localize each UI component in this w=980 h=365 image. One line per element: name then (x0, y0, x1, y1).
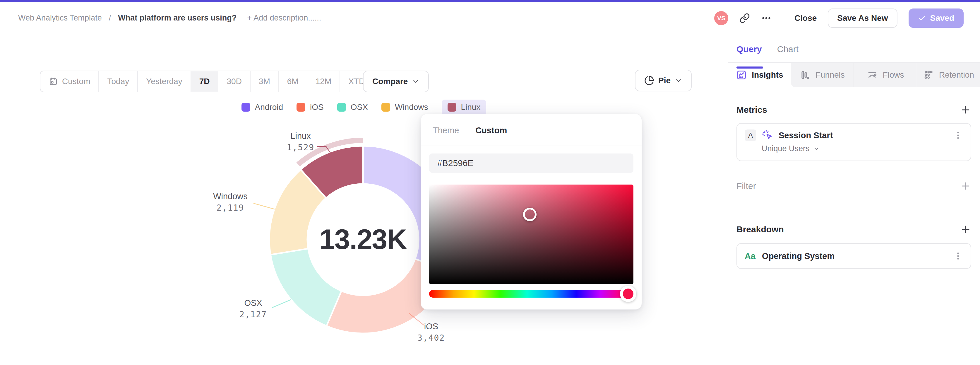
range-3m[interactable]: 3M (251, 71, 279, 92)
header-actions: VS Close Save As New Saved (714, 8, 964, 28)
compare-button[interactable]: Compare (363, 70, 429, 92)
filter-header: Filter (737, 180, 971, 191)
query-sidebar: Query Chart Insights Funnels (728, 34, 980, 365)
add-description-button[interactable]: + Add description...... (247, 13, 321, 22)
leader-line-windows (253, 203, 275, 209)
date-range-bar: Custom Today Yesterday 7D 30D 3M 6M 12M … (40, 70, 385, 92)
tab-chart[interactable]: Chart (777, 44, 799, 62)
breakdown-card[interactable]: Aa Operating System (737, 243, 971, 269)
breakdown-property: Operating System (762, 251, 835, 261)
legend-item-android[interactable]: Android (242, 100, 283, 115)
range-6m[interactable]: 6M (279, 71, 307, 92)
property-type-badge: Aa (745, 251, 756, 261)
slice-osx[interactable] (270, 249, 341, 326)
range-custom[interactable]: Custom (40, 71, 99, 92)
insights-icon (736, 69, 747, 81)
compare-label: Compare (372, 77, 408, 86)
chart-legend: AndroidiOSOSXWindowsLinux (0, 99, 728, 116)
view-tab-label: Insights (752, 70, 783, 80)
legend-swatch (296, 103, 305, 112)
breadcrumb-separator: / (109, 13, 111, 22)
saved-button[interactable]: Saved (908, 8, 964, 28)
header: Web Analytics Template / What platform a… (0, 2, 980, 34)
slice-label-osx: OSX2,127 (234, 298, 272, 319)
legend-item-osx[interactable]: OSX (337, 100, 368, 115)
hue-slider[interactable] (429, 290, 633, 298)
metric-row: A Session Start (745, 129, 963, 141)
save-as-new-button[interactable]: Save As New (828, 8, 897, 28)
saturation-value-area[interactable] (429, 185, 633, 284)
app-window: Web Analytics Template / What platform a… (0, 0, 980, 365)
range-label: 12M (315, 77, 331, 86)
tab-query[interactable]: Query (737, 44, 762, 62)
legend-label: Windows (395, 102, 428, 112)
chart-total-label: 13.23K (304, 222, 422, 257)
legend-item-windows[interactable]: Windows (382, 100, 428, 115)
tab-retention[interactable]: Retention (917, 63, 980, 87)
leader-line-osx (272, 300, 291, 308)
flows-icon (867, 69, 878, 81)
calendar-icon (49, 77, 58, 86)
view-tab-label: Retention (939, 70, 974, 80)
chevron-down-icon (412, 78, 420, 85)
legend-swatch (382, 103, 390, 112)
check-icon (918, 14, 926, 22)
range-12m[interactable]: 12M (307, 71, 340, 92)
header-divider (783, 10, 783, 26)
legend-swatch (447, 103, 457, 112)
hue-slider-thumb[interactable] (620, 285, 636, 302)
range-label: Today (107, 77, 129, 86)
metric-aggregation-dropdown[interactable]: Unique Users (762, 144, 963, 153)
tab-funnels[interactable]: Funnels (791, 63, 854, 87)
slice-label-name: Linux (278, 131, 323, 141)
chevron-down-icon (675, 77, 682, 84)
chevron-down-icon (813, 146, 819, 152)
page-title[interactable]: What platform are users using? (118, 13, 237, 22)
top-accent-bar (0, 0, 980, 2)
range-7d[interactable]: 7D (191, 71, 219, 92)
color-selector-handle[interactable] (523, 208, 536, 221)
slice-label-name: Windows (208, 191, 252, 201)
kebab-menu-icon[interactable] (953, 130, 963, 140)
metric-title: Session Start (779, 131, 833, 140)
slice-label-windows: Windows2,119 (208, 191, 252, 213)
analysis-view-tabs: Insights Funnels Flows (728, 63, 980, 87)
legend-swatch (337, 103, 346, 112)
slice-label-value: 1,529 (278, 143, 323, 152)
range-today[interactable]: Today (99, 71, 138, 92)
funnels-icon (800, 69, 811, 81)
link-icon[interactable] (740, 13, 750, 24)
range-30d[interactable]: 30D (218, 71, 250, 92)
tab-theme[interactable]: Theme (433, 126, 459, 135)
tab-flows[interactable]: Flows (854, 63, 917, 87)
close-button[interactable]: Close (794, 13, 817, 23)
breakdown-header: Breakdown (737, 224, 971, 235)
legend-swatch (242, 103, 250, 112)
legend-label: OSX (351, 102, 368, 112)
view-tab-label: Flows (883, 70, 904, 80)
aggregation-label: Unique Users (762, 144, 810, 153)
kebab-menu-icon[interactable] (953, 251, 963, 261)
avatar[interactable]: VS (714, 11, 728, 25)
legend-label: Linux (461, 102, 480, 112)
range-label: 30D (227, 77, 242, 86)
range-label: 6M (287, 77, 299, 86)
metric-card[interactable]: A Session Start Unique Users (737, 123, 971, 161)
color-picker-tabs: Theme Custom (429, 114, 633, 143)
slice-label-ios: iOS3,402 (412, 322, 450, 343)
legend-item-linux[interactable]: Linux (442, 100, 487, 115)
hex-color-input[interactable]: #B2596E (429, 153, 633, 173)
tab-custom[interactable]: Custom (476, 126, 507, 135)
add-metric-icon[interactable] (960, 104, 971, 115)
chart-type-button[interactable]: Pie (635, 70, 692, 91)
metrics-header: Metrics (737, 104, 971, 115)
breadcrumb[interactable]: Web Analytics Template (18, 13, 102, 22)
range-yesterday[interactable]: Yesterday (138, 71, 191, 92)
sidebar-tabs: Query Chart (728, 34, 980, 62)
more-options-icon[interactable] (761, 13, 772, 24)
add-filter-icon[interactable] (960, 180, 971, 191)
slice-label-name: iOS (412, 322, 450, 331)
add-breakdown-icon[interactable] (960, 224, 971, 235)
range-label: Yesterday (146, 77, 182, 86)
legend-item-ios[interactable]: iOS (296, 100, 324, 115)
